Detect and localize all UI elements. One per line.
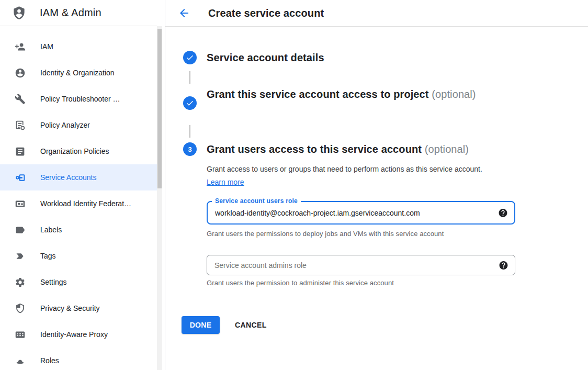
help-icon[interactable] [498,208,508,218]
sidebar-item-identity-organization[interactable]: Identity & Organization [0,60,157,86]
step3-title-text: Grant users access to this service accou… [207,143,422,155]
product-name: IAM & Admin [40,7,101,19]
create-service-account-form: Service account details Grant this servi… [165,27,588,370]
cancel-button[interactable]: CANCEL [235,316,267,334]
sidebar-item-label: Identity & Organization [40,69,115,77]
step-connector [189,71,190,84]
sidebar-item-settings[interactable]: Settings [0,269,157,295]
step1-title-text: Service account details [207,52,324,63]
sidebar-item-label: Identity-Aware Proxy [40,330,108,339]
step3-title: Grant users access to this service accou… [207,140,562,158]
users-role-input[interactable] [215,202,487,223]
sidebar-item-policy-analyzer[interactable]: Policy Analyzer [0,112,157,138]
step2-optional-text: (optional) [432,88,476,100]
wrench-icon [14,93,26,105]
sidebar: IAM & Admin IAMIdentity & OrganizationPo… [0,0,165,370]
sidebar-item-label: Policy Analyzer [40,121,90,129]
shield-half-icon [14,302,26,315]
sidebar-item-label: Service Accounts [40,173,96,182]
sidebar-item-roles[interactable]: Roles [0,347,157,370]
policy-analyzer-icon [14,119,26,131]
step3-optional-text: (optional) [425,143,469,155]
step-connector [189,125,190,138]
sidebar-item-label: Organization Policies [40,147,109,155]
step1-title: Service account details [207,49,324,66]
sidebar-item-label: Workload Identity Federat… [40,199,131,208]
tag-icon [14,250,26,262]
scrollbar-thumb[interactable] [157,29,162,188]
identity-person-icon [14,66,26,79]
page-title: Create service account [208,7,324,19]
iam-shield-logo-icon [12,6,26,20]
service-account-users-role-field: Service account users role [207,201,515,225]
admins-role-input[interactable] [214,255,487,275]
topbar: Create service account [165,0,588,27]
service-account-admins-role-field [207,255,515,275]
admins-role-helper-text: Grant users the permission to administer… [207,279,394,287]
sidebar-item-label: Privacy & Security [40,304,100,312]
sidebar-item-labels[interactable]: Labels [0,217,157,243]
done-button[interactable]: DONE [182,316,220,334]
sidebar-item-iam[interactable]: IAM [0,33,157,60]
sidebar-item-tags[interactable]: Tags [0,243,157,269]
sidebar-scrollbar[interactable] [157,26,162,370]
roles-hat-icon [14,354,26,367]
back-arrow-icon[interactable] [178,7,190,19]
step2-title-text: Grant this service account access to pro… [207,88,429,100]
users-role-helper-text: Grant users the permissions to deploy jo… [207,230,444,238]
proxy-icon [14,328,26,341]
step1-complete-check-icon [183,51,197,64]
sidebar-item-label: IAM [40,42,53,51]
person-add-icon [14,40,26,53]
sidebar-item-label: Labels [40,226,62,234]
help-icon[interactable] [499,260,508,270]
step2-complete-check-icon [183,96,197,110]
iam-admin-console: IAM & Admin IAMIdentity & OrganizationPo… [0,0,588,370]
sidebar-item-label: Roles [40,356,59,365]
step3-description-text: Grant access to users or groups that nee… [207,165,482,173]
sidebar-item-label: Tags [40,252,56,260]
sidebar-item-policy-troubleshooter[interactable]: Policy Troubleshooter … [0,86,157,112]
step3-number: 3 [188,145,191,153]
sidebar-item-organization-policies[interactable]: Organization Policies [0,138,157,164]
sidebar-item-workload-identity-federat[interactable]: Workload Identity Federat… [0,190,157,217]
label-icon [14,223,26,236]
service-account-icon [14,171,26,184]
identity-card-icon [14,197,26,210]
learn-more-link[interactable]: Learn more [207,178,244,186]
gear-icon [14,276,26,288]
step3-number-badge: 3 [183,142,197,156]
sidebar-item-label: Settings [40,278,67,286]
step2-title: Grant this service account access to pro… [207,85,500,103]
document-lines-icon [14,145,26,158]
sidebar-item-identity-aware-proxy[interactable]: Identity-Aware Proxy [0,321,157,347]
sidebar-item-label: Policy Troubleshooter … [40,95,120,103]
sidebar-nav: IAMIdentity & OrganizationPolicy Trouble… [0,33,157,370]
sidebar-item-service-accounts[interactable]: Service Accounts [0,164,157,190]
sidebar-header: IAM & Admin [0,0,157,26]
step3-description: Grant access to users or groups that nee… [207,163,501,189]
sidebar-item-privacy-security[interactable]: Privacy & Security [0,295,157,321]
